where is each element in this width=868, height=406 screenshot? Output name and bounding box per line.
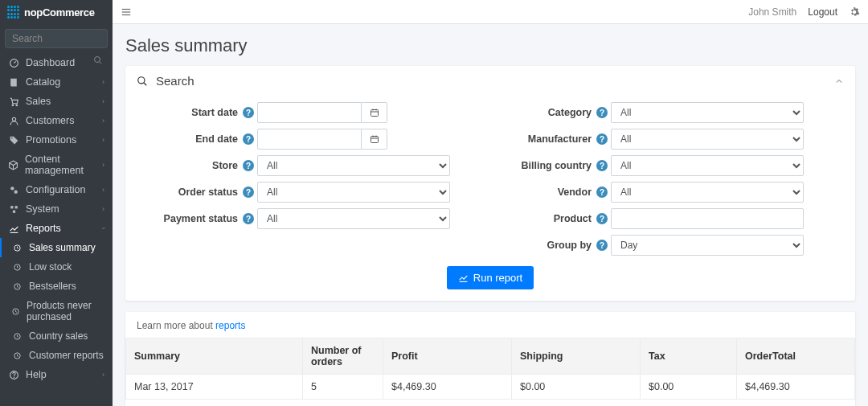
sidebar-nav: DashboardCatalog›Sales›Customers›Promoti… (0, 53, 113, 384)
start-date-input[interactable] (257, 102, 362, 123)
chevron-right-icon: › (100, 228, 108, 230)
sidebar-search-input[interactable] (5, 29, 108, 48)
sidebar-sub-sales-summary[interactable]: Sales summary (0, 238, 113, 257)
cogs-icon (8, 185, 19, 195)
chart-icon (458, 273, 469, 283)
sidebar-item-customers[interactable]: Customers› (0, 111, 113, 130)
table-row: Mar 13, 20175$4,469.30$0.00$0.00$4,469.3… (126, 375, 855, 400)
user-name: John Smith (748, 6, 796, 18)
sidebar-sub-label: Sales summary (29, 242, 96, 253)
sidebar-item-help[interactable]: Help› (0, 365, 113, 384)
help-icon[interactable]: ? (596, 213, 608, 224)
dot-icon (11, 307, 20, 316)
help-icon[interactable]: ? (596, 187, 608, 198)
sidebar-sub-low-stock[interactable]: Low stock (0, 257, 113, 277)
sidebar-sub-country-sales[interactable]: Country sales (0, 326, 113, 346)
settings-icon[interactable] (849, 6, 860, 18)
help-icon[interactable]: ? (596, 107, 608, 118)
help-icon[interactable]: ? (243, 133, 254, 145)
brand[interactable]: nopCommerce (0, 0, 113, 24)
col-profit: Profit (383, 338, 512, 375)
cell-tax: $0.00 (641, 375, 737, 400)
manufacturer-select[interactable]: All (611, 129, 804, 150)
sidebar-item-sales[interactable]: Sales› (0, 92, 113, 111)
sidebar-item-promotions[interactable]: Promotions› (0, 130, 113, 150)
brand-text: nopCommerce (24, 6, 95, 18)
sidebar-sub-bestsellers[interactable]: Bestsellers (0, 277, 113, 296)
calendar-button[interactable] (362, 102, 387, 123)
sidebar-item-catalog[interactable]: Catalog› (0, 72, 113, 92)
chevron-right-icon: › (102, 78, 104, 86)
sidebar-item-content-management[interactable]: Content management› (0, 150, 113, 180)
svg-rect-27 (371, 110, 378, 117)
form-row-category: Category?All (490, 102, 844, 123)
cube-icon (8, 160, 18, 170)
form-row-store: Store?All (137, 155, 490, 176)
logout-link[interactable]: Logout (808, 6, 837, 18)
col-number-of-orders: Number of orders (303, 338, 383, 375)
report-table: SummaryNumber of ordersProfitShippingTax… (125, 338, 855, 400)
sidebar-sub-label: Country sales (29, 330, 88, 342)
reports-link[interactable]: reports (215, 320, 245, 331)
sidebar-item-label: Promotions (26, 134, 76, 146)
cell-shipping: $0.00 (512, 375, 641, 400)
svg-point-21 (14, 376, 14, 377)
help-icon[interactable]: ? (596, 240, 608, 251)
form-row-billing-country: Billing country?All (490, 155, 844, 176)
form-row-manufacturer: Manufacturer?All (490, 129, 844, 150)
search-form-right: Category?AllManufacturer?AllBilling coun… (490, 102, 844, 261)
topbar: John Smith Logout (113, 0, 868, 24)
end-date-input[interactable] (257, 129, 362, 150)
help-icon[interactable]: ? (596, 133, 608, 145)
col-summary: Summary (126, 338, 303, 375)
payment-status-select[interactable]: All (257, 208, 450, 229)
help-icon[interactable]: ? (596, 160, 608, 171)
form-row-group-by: Group by?Day (490, 235, 844, 256)
billing-country-select[interactable]: All (611, 155, 804, 176)
sidebar-item-label: Configuration (26, 184, 85, 195)
chevron-right-icon: › (102, 117, 104, 125)
product-input[interactable] (611, 208, 804, 229)
dot-icon (11, 282, 23, 291)
group-by-select[interactable]: Day (611, 235, 804, 256)
sidebar-item-label: Content management (25, 154, 102, 176)
sidebar-item-system[interactable]: System› (0, 199, 113, 219)
form-label: Payment status? (137, 213, 257, 224)
form-row-start-date: Start date? (137, 102, 490, 123)
form-label: Group by? (490, 240, 611, 251)
search-icon (137, 76, 148, 87)
form-label: Store? (137, 160, 257, 171)
cubes-icon (8, 204, 19, 215)
run-report-button[interactable]: Run report (447, 266, 534, 289)
search-form-left: Start date?End date?Store?AllOrder statu… (137, 102, 490, 261)
sidebar-sub-customer-reports[interactable]: Customer reports (0, 346, 113, 365)
sidebar-item-dashboard[interactable]: Dashboard (0, 53, 113, 72)
form-label: Billing country? (490, 160, 611, 171)
learn-more: Learn more about reports (125, 312, 855, 338)
vendor-select[interactable]: All (611, 182, 804, 203)
cell-profit: $4,469.30 (383, 375, 512, 400)
store-select[interactable]: All (257, 155, 450, 176)
category-select[interactable]: All (611, 102, 804, 123)
sidebar-item-label: Customers (26, 115, 74, 126)
help-icon[interactable]: ? (243, 160, 254, 171)
form-label: End date? (137, 133, 257, 145)
help-icon[interactable]: ? (243, 187, 254, 198)
calendar-button[interactable] (362, 129, 387, 150)
help-icon[interactable]: ? (243, 213, 254, 224)
chevron-right-icon: › (102, 205, 104, 213)
hamburger-icon[interactable] (121, 6, 132, 18)
sidebar-item-configuration[interactable]: Configuration› (0, 180, 113, 199)
sidebar-sub-label: Products never purchased (27, 300, 104, 322)
order-status-select[interactable]: All (257, 182, 450, 203)
sidebar-item-label: System (26, 203, 59, 215)
help-icon[interactable]: ? (243, 107, 254, 118)
search-panel-header[interactable]: Search (125, 66, 855, 96)
sidebar: nopCommerce DashboardCatalog›Sales›Custo… (0, 0, 113, 406)
svg-point-8 (10, 187, 14, 190)
chevron-right-icon: › (102, 97, 104, 105)
page-title: Sales summary (125, 35, 855, 56)
tag-icon (8, 135, 19, 146)
sidebar-item-reports[interactable]: Reports› (0, 219, 113, 238)
sidebar-sub-products-never-purchased[interactable]: Products never purchased (0, 296, 113, 326)
